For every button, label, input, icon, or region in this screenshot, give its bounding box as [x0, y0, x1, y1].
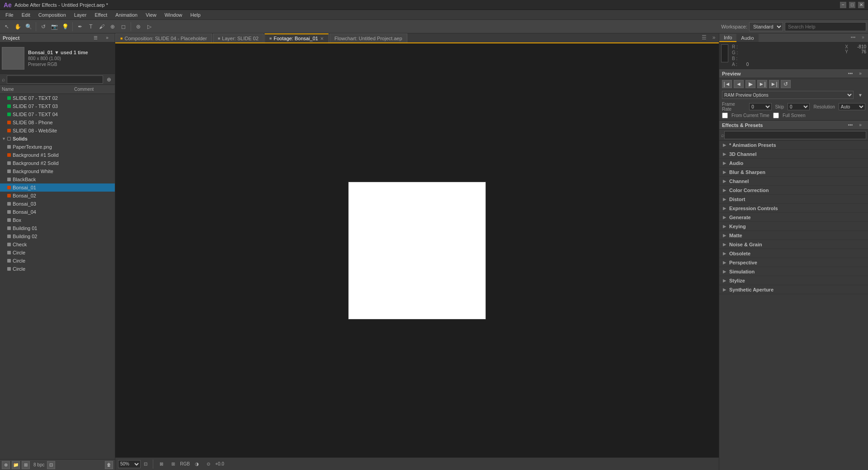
- step-back-btn[interactable]: ◄: [734, 80, 744, 88]
- exposure-btn[interactable]: ◑: [192, 459, 202, 469]
- viewer-channels[interactable]: RGB: [180, 459, 190, 469]
- tool-select[interactable]: ↖: [2, 22, 12, 32]
- new-comp-btn[interactable]: ⊞: [22, 461, 30, 469]
- region-of-interest-btn[interactable]: ⊠: [156, 459, 166, 469]
- effects-noise-grain[interactable]: ▶ Noise & Grain: [719, 240, 868, 249]
- effects-channel[interactable]: ▶ Channel: [719, 177, 868, 186]
- tool-hand[interactable]: ✋: [13, 22, 23, 32]
- tool-shape[interactable]: ▷: [144, 22, 154, 32]
- search-help-input[interactable]: [785, 22, 866, 31]
- effects-expression-controls[interactable]: ▶ Expression Controls: [719, 204, 868, 213]
- new-item-btn[interactable]: ⊕: [2, 461, 10, 469]
- tab-flowchart[interactable]: Flowchart: Untitled Project.aep: [330, 33, 407, 42]
- list-item[interactable]: Background White: [0, 167, 115, 175]
- effects-perspective[interactable]: ▶ Perspective: [719, 258, 868, 267]
- list-item[interactable]: Background #2 Solid: [0, 159, 115, 167]
- frame-rate-select[interactable]: 0: [749, 103, 771, 110]
- info-panel-collapse[interactable]: »: [858, 32, 868, 42]
- effects-matte[interactable]: ▶ Matte: [719, 231, 868, 240]
- menu-effect[interactable]: Effect: [91, 11, 111, 19]
- info-panel-menu[interactable]: •••: [848, 32, 858, 42]
- loop-btn[interactable]: ↺: [781, 80, 791, 88]
- list-item[interactable]: Check: [0, 240, 115, 249]
- ram-preview-dropdown[interactable]: RAM Preview Options: [722, 91, 854, 99]
- list-item[interactable]: Box: [0, 216, 115, 224]
- list-item[interactable]: Building 02: [0, 232, 115, 240]
- tool-text[interactable]: T: [86, 22, 96, 32]
- tab-composition[interactable]: ■ Composition: SLIDE 04 - Placeholder: [115, 33, 212, 42]
- delete-btn[interactable]: 🗑: [105, 461, 113, 469]
- skip-select[interactable]: 0: [788, 103, 810, 110]
- list-item[interactable]: Bonsai_02: [0, 192, 115, 200]
- viewer-area[interactable]: [115, 43, 719, 457]
- tool-eraser[interactable]: ◻: [118, 22, 128, 32]
- menu-layer[interactable]: Layer: [71, 11, 90, 19]
- effects-distort[interactable]: ▶ Distort: [719, 195, 868, 204]
- list-item[interactable]: Bonsai_04: [0, 208, 115, 216]
- list-item[interactable]: PaperTexture.png: [0, 143, 115, 151]
- effects-synthetic-aperture[interactable]: ▶ Synthetic Aperture: [719, 285, 868, 294]
- effects-simulation[interactable]: ▶ Simulation: [719, 267, 868, 276]
- resolution-select[interactable]: Auto: [839, 103, 865, 110]
- list-item[interactable]: Building 01: [0, 224, 115, 232]
- list-item[interactable]: SLIDE 07 - TEXT 02: [0, 94, 115, 102]
- list-item[interactable]: BlackBack: [0, 175, 115, 183]
- tab-layer[interactable]: ■ Layer: SLIDE 02: [213, 33, 264, 42]
- list-item[interactable]: Circle: [0, 265, 115, 273]
- zoom-dropdown[interactable]: 50% 25% 100%: [118, 460, 141, 468]
- transparency-grid-btn[interactable]: ⊞: [168, 459, 178, 469]
- tab-footage[interactable]: ■ Footage: Bonsai_01 ✕: [264, 33, 329, 42]
- effects-panel-menu[interactable]: •••: [845, 121, 855, 130]
- effects-audio[interactable]: ▶ Audio: [719, 159, 868, 168]
- list-item[interactable]: SLIDE 08 - WebSite: [0, 127, 115, 135]
- effects-3d-channel[interactable]: ▶ 3D Channel: [719, 150, 868, 159]
- fit-viewer-btn[interactable]: ⊡: [142, 460, 150, 468]
- list-item[interactable]: Bonsai_03: [0, 200, 115, 208]
- list-item[interactable]: Circle: [0, 249, 115, 257]
- tool-zoom[interactable]: 🔍: [24, 22, 33, 32]
- close-button[interactable]: ✕: [858, 2, 864, 8]
- maximize-button[interactable]: □: [849, 2, 855, 8]
- effects-blur-sharpen[interactable]: ▶ Blur & Sharpen: [719, 168, 868, 177]
- solids-folder[interactable]: ▼ Solids: [0, 135, 115, 143]
- menu-file[interactable]: File: [2, 11, 17, 19]
- menu-animation[interactable]: Animation: [112, 11, 141, 19]
- menu-view[interactable]: View: [142, 11, 160, 19]
- viewer-panel-collapse[interactable]: »: [709, 33, 719, 42]
- project-search-input[interactable]: [7, 75, 103, 84]
- tool-puppet[interactable]: ⊛: [133, 22, 143, 32]
- list-item[interactable]: Circle: [0, 257, 115, 265]
- menu-composition[interactable]: Composition: [35, 11, 70, 19]
- preview-panel-menu[interactable]: •••: [845, 69, 855, 79]
- tab-audio[interactable]: Audio: [736, 34, 758, 42]
- list-item[interactable]: SLIDE 08 - Phone: [0, 118, 115, 127]
- tab-info[interactable]: Info: [719, 34, 736, 42]
- effects-keying[interactable]: ▶ Keying: [719, 222, 868, 231]
- preview-panel-collapse[interactable]: »: [855, 69, 865, 79]
- menu-help[interactable]: Help: [187, 11, 204, 19]
- menu-edit[interactable]: Edit: [18, 11, 34, 19]
- skip-to-start-btn[interactable]: |◄: [722, 80, 732, 88]
- effects-generate[interactable]: ▶ Generate: [719, 213, 868, 222]
- tool-light[interactable]: 💡: [60, 22, 70, 32]
- project-search-btn[interactable]: ⊕: [105, 75, 113, 84]
- from-current-checkbox[interactable]: [722, 113, 728, 118]
- list-item-bonsai01[interactable]: Bonsai_01: [0, 183, 115, 192]
- effects-animation-presets[interactable]: ▶ * Animation Presets: [719, 141, 868, 150]
- workspace-dropdown[interactable]: Standard: [749, 22, 783, 31]
- effects-panel-collapse[interactable]: »: [855, 121, 865, 130]
- tool-camera[interactable]: 📷: [49, 22, 59, 32]
- menu-window[interactable]: Window: [161, 11, 186, 19]
- skip-to-end-btn[interactable]: ►|: [769, 80, 779, 88]
- effects-stylize[interactable]: ▶ Stylize: [719, 276, 868, 285]
- effects-search-input[interactable]: [724, 131, 866, 139]
- play-btn[interactable]: ▶: [745, 80, 755, 88]
- list-item[interactable]: SLIDE 07 - TEXT 04: [0, 110, 115, 118]
- new-folder-btn[interactable]: 📁: [12, 461, 20, 469]
- minimize-button[interactable]: −: [840, 2, 846, 8]
- list-item[interactable]: SLIDE 07 - TEXT 03: [0, 102, 115, 110]
- effects-obsolete[interactable]: ▶ Obsolete: [719, 249, 868, 258]
- tool-rotate[interactable]: ↺: [38, 22, 48, 32]
- tool-brush[interactable]: 🖌: [97, 22, 107, 32]
- color-manage-btn[interactable]: ⊙: [203, 459, 213, 469]
